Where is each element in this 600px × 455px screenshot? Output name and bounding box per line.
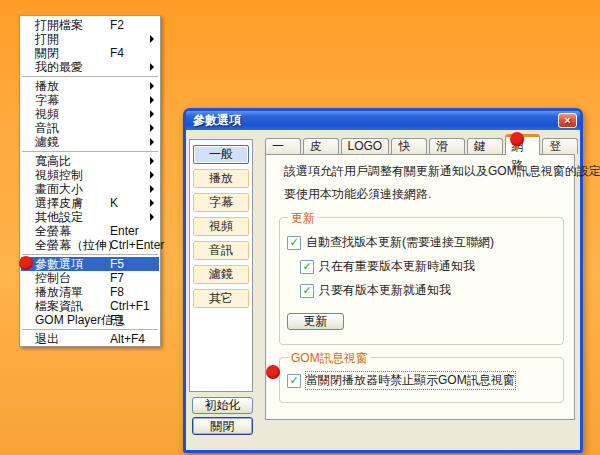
menu-item-label: 檔案資訊 (35, 299, 83, 313)
submenu-arrow-icon (150, 63, 154, 71)
player-context-menu: 打開檔案 F2 打開 關閉 F4 我的最愛 播放 字幕 視頻 音訊 (19, 15, 161, 347)
menu-item-shortcut: Ctrl+Enter (110, 238, 164, 252)
initialize-button[interactable]: 初始化 (192, 397, 253, 414)
menu-item-label: 其他設定 (35, 210, 83, 224)
menu-item-label: 我的最愛 (35, 60, 83, 74)
checkbox-disable-gom-message-window[interactable]: ✓ 當關閉播放器時禁止顯示GOM訊息視窗 (287, 372, 515, 389)
menu-item-close-file[interactable]: 關閉 F4 (21, 46, 159, 60)
menu-item-screen-size[interactable]: 畫面大小 (21, 182, 159, 196)
checkbox-notify-any-update[interactable]: ✓ 只要有版本更新就通知我 (300, 282, 451, 299)
menu-item-shortcut: K (110, 196, 118, 210)
annotation-dot-message-checkbox (266, 365, 280, 379)
tab-logo[interactable]: LOGO (341, 138, 390, 154)
menu-item-label: 音訊 (35, 121, 59, 135)
sidebar-item-subtitles[interactable]: 字幕 (193, 193, 249, 212)
sidebar-item-video[interactable]: 視頻 (193, 217, 249, 236)
menu-item-shortcut: F7 (110, 271, 124, 285)
tab-general[interactable]: 一般 (265, 138, 301, 154)
menu-item-label: 字幕 (35, 93, 59, 107)
menu-item-label: 控制台 (35, 271, 71, 285)
menu-item-open-file[interactable]: 打開檔案 F2 (21, 18, 159, 32)
menu-item-shortcut: Enter (110, 224, 139, 238)
checkbox-auto-check-update[interactable]: ✓ 自動查找版本更新(需要連接互聯網) (287, 234, 494, 251)
submenu-arrow-icon (150, 185, 154, 193)
checkbox-label: 只在有重要版本更新時通知我 (319, 258, 475, 275)
intro-text-line1: 該選項允許用戶調整有關更新通知以及GOM訊息視窗的設定. (284, 163, 600, 180)
submenu-arrow-icon (150, 138, 154, 146)
menu-item-audio[interactable]: 音訊 (21, 121, 159, 135)
tab-register[interactable]: 登錄 (542, 138, 578, 154)
menu-item-exit[interactable]: 退出 Alt+F4 (21, 332, 159, 346)
menu-item-label: 播放清單 (35, 285, 83, 299)
menu-item-favorites[interactable]: 我的最愛 (21, 60, 159, 74)
menu-item-shortcut: F4 (110, 46, 124, 60)
menu-item-subtitles[interactable]: 字幕 (21, 93, 159, 107)
gom-message-group-box: GOM訊息視窗 ✓ 當關閉播放器時禁止顯示GOM訊息視窗 (279, 357, 564, 403)
menu-item-label: 關閉 (35, 46, 59, 60)
menu-item-label: 退出 (35, 332, 59, 346)
menu-item-shortcut: Alt+F4 (110, 332, 145, 346)
menu-item-label: 寬高比 (35, 154, 71, 168)
menu-item-label: 視頻 (35, 107, 59, 121)
menu-item-shortcut: F5 (110, 257, 124, 271)
checkbox-checked-icon: ✓ (300, 284, 314, 298)
menu-item-shortcut: Ctrl+F1 (110, 299, 150, 313)
annotation-dot-preferences (19, 256, 33, 270)
menu-item-filters[interactable]: 濾鏡 (21, 135, 159, 149)
submenu-arrow-icon (150, 110, 154, 118)
menu-item-fullscreen[interactable]: 全螢幕 Enter (21, 224, 159, 238)
menu-item-preferences[interactable]: 參數選項 F5 (21, 257, 159, 271)
sidebar-item-others[interactable]: 其它 (193, 289, 249, 308)
menu-item-playlist[interactable]: 播放清單 F8 (21, 285, 159, 299)
checkbox-label: 當關閉播放器時禁止顯示GOM訊息視窗 (306, 372, 515, 389)
update-button[interactable]: 更新 (287, 313, 344, 330)
menu-item-label: 全螢幕 (35, 224, 71, 238)
submenu-arrow-icon (150, 96, 154, 104)
menu-item-gom-player-info[interactable]: GOM Player信息 F1 (21, 313, 159, 327)
submenu-arrow-icon (150, 82, 154, 90)
annotation-dot-network-tab (510, 132, 524, 146)
submenu-arrow-icon (150, 124, 154, 132)
checkbox-notify-major-update[interactable]: ✓ 只在有重要版本更新時通知我 (300, 258, 475, 275)
sidebar-item-filters[interactable]: 濾鏡 (193, 265, 249, 284)
menu-item-play[interactable]: 播放 (21, 79, 159, 93)
menu-item-video[interactable]: 視頻 (21, 107, 159, 121)
tab-skin[interactable]: 皮膚 (303, 138, 339, 154)
settings-tabstrip: 一般 皮膚 LOGO 快捷 滑鼠 鍵盤 網路 登錄 (265, 138, 580, 154)
menu-item-label: 濾鏡 (35, 135, 59, 149)
sidebar-item-audio[interactable]: 音訊 (193, 241, 249, 260)
sidebar-item-general[interactable]: 一般 (193, 145, 249, 164)
checkbox-checked-icon: ✓ (287, 236, 301, 250)
dialog-titlebar[interactable]: 參數選項 × (186, 111, 580, 130)
menu-item-label: 播放 (35, 79, 59, 93)
close-icon[interactable]: × (558, 113, 577, 128)
menu-item-aspect-ratio[interactable]: 寬高比 (21, 154, 159, 168)
menu-item-file-info[interactable]: 檔案資訊 Ctrl+F1 (21, 299, 159, 313)
menu-item-other-settings[interactable]: 其他設定 (21, 210, 159, 224)
category-sidebar: 一般 播放 字幕 視頻 音訊 濾鏡 其它 (189, 139, 253, 392)
menu-item-video-control[interactable]: 視頻控制 (21, 168, 159, 182)
network-tab-page: 該選項允許用戶調整有關更新通知以及GOM訊息視窗的設定. 要使用本功能必須連接網… (265, 154, 575, 420)
menu-separator (22, 329, 158, 330)
tab-mouse[interactable]: 滑鼠 (429, 138, 465, 154)
menu-item-shortcut: F1 (110, 313, 124, 327)
checkbox-checked-icon: ✓ (300, 260, 314, 274)
tab-keyboard[interactable]: 鍵盤 (467, 138, 503, 154)
submenu-arrow-icon (150, 171, 154, 179)
submenu-arrow-icon (150, 157, 154, 165)
update-group-title: 更新 (288, 210, 318, 227)
menu-item-label: 參數選項 (35, 257, 83, 271)
dialog-body: 一般 播放 字幕 視頻 音訊 濾鏡 其它 一般 皮膚 LOGO 快捷 滑鼠 鍵盤… (186, 130, 580, 450)
menu-item-fullscreen-stretch[interactable]: 全螢幕（拉伸） Ctrl+Enter (21, 238, 159, 252)
menu-item-label: 畫面大小 (35, 182, 83, 196)
dialog-title: 參數選項 (193, 113, 241, 127)
menu-item-open[interactable]: 打開 (21, 32, 159, 46)
tab-shortcut[interactable]: 快捷 (391, 138, 427, 154)
menu-item-label: 打開 (35, 32, 59, 46)
menu-separator (22, 151, 158, 152)
close-button[interactable]: 關閉 (192, 417, 253, 435)
menu-item-control-panel[interactable]: 控制台 F7 (21, 271, 159, 285)
gom-message-group-title: GOM訊息視窗 (288, 350, 371, 367)
menu-item-select-skin[interactable]: 選擇皮膚 K (21, 196, 159, 210)
sidebar-item-play[interactable]: 播放 (193, 169, 249, 188)
